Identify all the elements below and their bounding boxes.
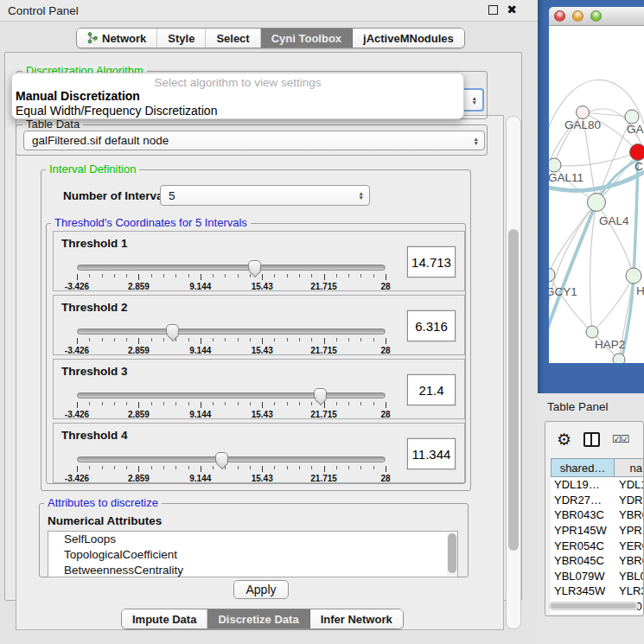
tab-select[interactable]: Select	[206, 29, 260, 48]
attribute-list-item[interactable]: SelfLoops	[48, 532, 457, 547]
node-label-GAL4: GAL4	[599, 214, 629, 227]
threshold-slider-4[interactable]: -3.4262.8599.14415.4321.71528	[77, 455, 386, 482]
number-of-intervals-combo[interactable]: 5 ▲▼	[160, 185, 370, 206]
column-header-shared-name[interactable]: shared…	[552, 459, 615, 476]
table-row[interactable]: YDL19…YDL1	[551, 477, 644, 493]
cell-shared-name[interactable]: YBL079W	[551, 569, 614, 584]
bottom-partial-node[interactable]	[613, 354, 625, 363]
column-layout-icon[interactable]	[583, 432, 600, 447]
GAL11-node[interactable]	[549, 158, 561, 172]
table-rows: YDL19…YDL1YDR27…YDR2YBR043CYBR0YPR145WYP…	[551, 477, 644, 614]
column-header-name[interactable]: na	[615, 459, 644, 476]
table-row[interactable]: YBR043CYBR0	[551, 507, 644, 523]
tab-label: Style	[168, 32, 194, 45]
bottom-tab-impute-data[interactable]: Impute Data	[122, 609, 207, 628]
slider-scale-labels: -3.4262.8599.14415.4321.71528	[77, 474, 386, 484]
table-row[interactable]: YER054CYER0	[551, 538, 644, 553]
algorithm-option-equal-width[interactable]: Equal Width/Frequency Discretization	[16, 104, 462, 118]
node-label-HAP2: HAP2	[595, 338, 625, 351]
cell-shared-name[interactable]: YBR043C	[551, 507, 614, 523]
slider-scale-labels: -3.4262.8599.14415.4321.71528	[77, 346, 386, 356]
cell-shared-name[interactable]: YLR345W	[551, 583, 614, 599]
panel-title: Control Panel	[0, 4, 79, 17]
close-icon[interactable]: ✖	[507, 3, 517, 16]
cell-shared-name[interactable]: YDR27…	[551, 493, 614, 508]
GAL4-node[interactable]	[588, 194, 606, 212]
horizontal-scrollbar[interactable]	[549, 602, 639, 610]
slider-thumb[interactable]	[248, 260, 261, 271]
selected-red-node[interactable]	[630, 144, 644, 161]
cell-name[interactable]: YBR0	[614, 553, 644, 569]
threshold-value-field[interactable]: 11.344	[407, 438, 456, 469]
attributes-group-title: Attributes to discretize	[44, 497, 162, 509]
network-canvas[interactable]: GAL80GACGAL11GAL4GCY1HHAP2	[549, 26, 644, 363]
tab-cyni-toolbox[interactable]: Cyni Toolbox	[261, 29, 353, 48]
cell-name[interactable]: YDR2	[614, 493, 644, 508]
algorithm-hint: Select algorithm to view settings	[12, 76, 463, 89]
horizontal-scrollbar-thumb[interactable]	[551, 603, 636, 609]
GAL-partial-node[interactable]	[625, 110, 639, 124]
bottom-tab-infer-network[interactable]: Infer Network	[310, 609, 403, 628]
table-toolbar: ⚙ ☑☑	[545, 422, 643, 456]
minimize-traffic-light-icon[interactable]	[572, 10, 583, 22]
threshold-label: Threshold 4	[61, 429, 128, 442]
vertical-scrollbar[interactable]	[506, 116, 521, 629]
table-data-title: Table Data	[22, 118, 83, 131]
network-view-window: GAL80GACGAL11GAL4GCY1HHAP2	[538, 0, 644, 393]
table-row[interactable]: YBL079WYBL0	[551, 569, 644, 584]
table-row[interactable]: YPR145WYPR1	[551, 523, 644, 539]
attribute-list-item[interactable]: TopologicalCoefficient	[48, 547, 457, 563]
cell-name[interactable]: YER0	[614, 538, 644, 553]
H-partial-node[interactable]	[626, 268, 641, 284]
tab-label: Network	[102, 32, 146, 45]
table-row[interactable]: YDR27…YDR2	[551, 493, 644, 508]
slider-thumb[interactable]	[314, 388, 327, 399]
float-window-icon[interactable]	[488, 5, 498, 15]
tab-jactivemnodules[interactable]: jActiveMNodules	[353, 29, 464, 48]
cell-shared-name[interactable]: YPR145W	[551, 523, 614, 539]
slider-thumb[interactable]	[166, 324, 179, 335]
table-row[interactable]: YBR045CYBR0	[551, 553, 644, 569]
table-data-combo[interactable]: galFiltered.sif default node ▲▼	[23, 131, 485, 150]
bottom-tab-strip: Impute DataDiscretize DataInfer Network	[121, 609, 404, 629]
cell-name[interactable]: YLR3	[614, 583, 644, 599]
threshold-slider-3[interactable]: -3.4262.8599.14415.4321.71528	[77, 391, 386, 418]
cell-name[interactable]: YDL1	[614, 477, 644, 493]
network-window-titlebar[interactable]	[549, 7, 644, 26]
GAL80-node[interactable]	[577, 106, 590, 119]
table-panel-title: Table Panel	[547, 400, 609, 413]
threshold-slider-2[interactable]: -3.4262.8599.14415.4321.71528	[77, 327, 386, 354]
tab-style[interactable]: Style	[157, 29, 206, 48]
table-row[interactable]: YLR345WYLR3	[551, 583, 644, 599]
node-label-GAL11: GAL11	[549, 171, 583, 184]
slider-thumb[interactable]	[215, 452, 228, 462]
tab-network[interactable]: Network	[77, 29, 157, 48]
bottom-tab-discretize-data[interactable]: Discretize Data	[207, 609, 309, 628]
attribute-list-item[interactable]: BetweennessCentrality	[48, 563, 457, 577]
cell-name[interactable]: YPR1	[614, 523, 644, 539]
slider-ticks	[77, 274, 386, 281]
algorithm-option-manual[interactable]: Manual Discretization	[16, 89, 462, 103]
threshold-value-field[interactable]: 14.713	[407, 246, 456, 277]
zoom-traffic-light-icon[interactable]	[590, 10, 602, 22]
network-edge	[596, 202, 634, 276]
attributes-scrollbar[interactable]	[447, 532, 457, 576]
cell-shared-name[interactable]: YER054C	[551, 538, 614, 553]
close-traffic-light-icon[interactable]	[554, 10, 565, 22]
threshold-value-field[interactable]: 21.4	[407, 374, 456, 405]
cell-name[interactable]: YBL0	[614, 569, 644, 584]
cell-shared-name[interactable]: YDL19…	[551, 477, 614, 493]
vertical-scrollbar-thumb[interactable]	[508, 229, 519, 551]
cell-shared-name[interactable]: YBR045C	[551, 553, 614, 569]
settings-gear-icon[interactable]: ⚙	[557, 431, 571, 448]
table-header-row: shared… na	[551, 458, 644, 477]
apply-button[interactable]: Apply	[233, 580, 289, 599]
network-edge	[554, 152, 638, 166]
checkbox-pair-icon[interactable]: ☑☑	[612, 433, 629, 445]
threshold-value-field[interactable]: 6.316	[407, 310, 456, 341]
bottom-tab-label: Infer Network	[321, 613, 392, 626]
HAP2-node[interactable]	[586, 326, 598, 338]
threshold-slider-1[interactable]: -3.4262.8599.14415.4321.71528	[77, 263, 386, 290]
cell-name[interactable]: YBR0	[614, 507, 644, 523]
attributes-scrollbar-thumb[interactable]	[448, 533, 456, 573]
